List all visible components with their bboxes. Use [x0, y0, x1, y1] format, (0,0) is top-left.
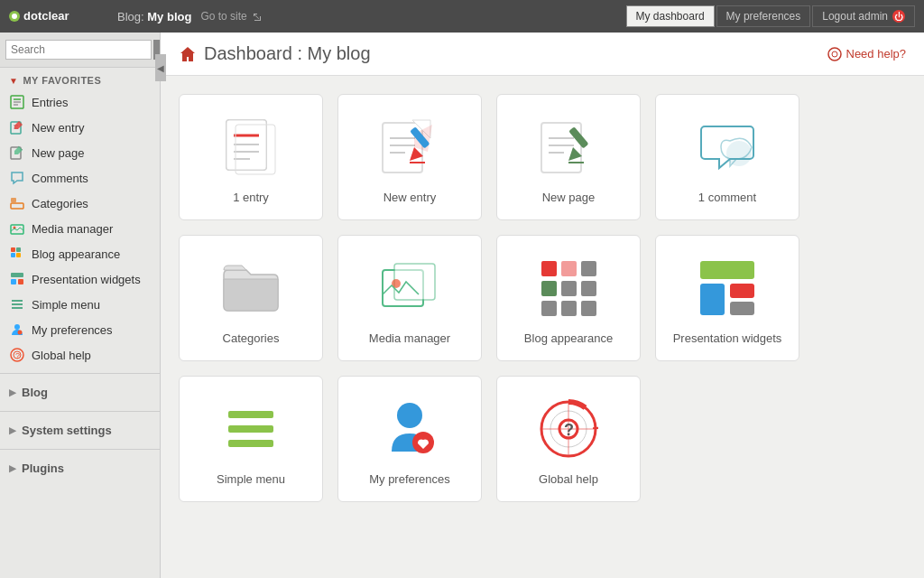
svg-rect-62	[581, 281, 596, 296]
sidebar-item-my-preferences[interactable]: My preferences	[0, 317, 160, 342]
card-blog-appearance-icon	[532, 252, 605, 324]
svg-rect-57	[541, 261, 557, 276]
card-my-preferences[interactable]: My preferences	[337, 376, 482, 502]
sidebar-item-categories[interactable]: Categories	[0, 191, 160, 216]
svg-text:dotclear: dotclear	[23, 9, 69, 23]
card-new-entry[interactable]: New entry	[337, 94, 482, 220]
svg-text:?: ?	[15, 351, 20, 360]
svg-rect-61	[561, 281, 577, 296]
sidebar-item-blog-appearance[interactable]: Blog appearance	[0, 241, 160, 266]
card-categories[interactable]: Categories	[179, 235, 323, 361]
logout-button[interactable]: Logout admin ⏻	[812, 5, 915, 27]
entries-icon	[9, 94, 25, 110]
sidebar-divider-1	[0, 373, 160, 374]
svg-rect-59	[581, 261, 596, 276]
search-area: OK	[0, 33, 160, 68]
sidebar-divider-3	[0, 449, 160, 450]
svg-rect-11	[11, 203, 23, 209]
svg-point-1	[12, 14, 17, 19]
card-media-manager-icon	[374, 252, 446, 324]
card-new-page[interactable]: New page	[496, 94, 641, 220]
card-media-manager-label: Media manager	[369, 331, 450, 345]
card-blog-appearance[interactable]: Blog appearance	[496, 235, 641, 361]
sidebar-item-new-entry[interactable]: New entry	[0, 115, 160, 140]
card-media-manager[interactable]: Media manager	[337, 235, 482, 361]
main-layout: OK ▼ My favorites Entries New entry N	[0, 33, 924, 578]
card-my-preferences-icon	[374, 393, 446, 465]
card-1-comment-label: 1 comment	[698, 191, 756, 204]
svg-rect-20	[11, 279, 16, 284]
content-header: Dashboard : My blog Need help?	[161, 33, 924, 76]
card-simple-menu-label: Simple menu	[217, 472, 285, 486]
card-categories-icon	[215, 252, 287, 324]
my-preferences-button[interactable]: My preferences	[716, 5, 811, 27]
simple-menu-icon	[9, 296, 25, 312]
dotclear-logo: dotclear	[9, 6, 99, 26]
sidebar-toggle-button[interactable]: ◀	[155, 54, 166, 81]
page-title-area: Dashboard : My blog	[179, 43, 371, 64]
grid-row-3: Simple menu My preferences	[179, 376, 906, 502]
power-icon: ⏻	[892, 10, 905, 23]
system-caret: ▶	[9, 425, 16, 435]
svg-point-31	[832, 51, 837, 57]
card-global-help[interactable]: ? Global help	[496, 376, 641, 502]
svg-rect-63	[541, 301, 557, 316]
go-to-site-link[interactable]: Go to site	[200, 10, 263, 23]
card-new-entry-label: New entry	[383, 191, 437, 204]
new-entry-icon	[9, 119, 25, 135]
sidebar-item-media-manager[interactable]: Media manager	[0, 216, 160, 241]
card-1-entry-icon	[215, 111, 287, 183]
help-circle-icon	[827, 47, 842, 61]
sidebar-item-global-help[interactable]: ? Global help	[0, 342, 160, 368]
svg-rect-58	[561, 261, 577, 276]
card-categories-label: Categories	[223, 331, 280, 345]
global-help-icon: ?	[9, 347, 25, 363]
svg-point-25	[14, 324, 20, 330]
sidebar-divider-2	[0, 411, 160, 412]
sidebar-item-simple-menu[interactable]: Simple menu	[0, 292, 160, 317]
need-help-link[interactable]: Need help?	[827, 47, 907, 61]
card-1-entry[interactable]: 1 entry	[179, 94, 323, 220]
sidebar-item-presentation-widgets[interactable]: Presentation widgets	[0, 266, 160, 292]
new-page-icon	[9, 144, 25, 161]
svg-rect-55	[394, 264, 435, 300]
card-presentation-widgets[interactable]: Presentation widgets	[655, 235, 799, 361]
card-1-comment-icon	[691, 111, 763, 183]
card-blog-appearance-label: Blog appearance	[524, 331, 613, 345]
sidebar-item-comments[interactable]: Comments	[0, 165, 160, 191]
card-simple-menu[interactable]: Simple menu	[179, 376, 323, 502]
media-manager-icon	[9, 220, 25, 237]
card-1-entry-label: 1 entry	[233, 191, 269, 204]
sidebar-plugins-section[interactable]: ▶ Plugins	[0, 455, 160, 481]
grid-row-2: Categories Media manager	[179, 235, 906, 361]
svg-point-73	[397, 403, 422, 428]
top-navigation: dotclear Blog: My blog Go to site My das…	[0, 0, 924, 33]
card-new-page-icon	[532, 111, 605, 183]
svg-text:?: ?	[564, 421, 574, 439]
sidebar-item-new-page[interactable]: New page	[0, 140, 160, 165]
sidebar-blog-section[interactable]: ▶ Blog	[0, 379, 160, 406]
favorites-arrow: ▼	[9, 76, 18, 86]
svg-rect-17	[11, 253, 15, 257]
blog-info: Blog: My blog	[117, 10, 191, 23]
svg-rect-64	[561, 301, 577, 316]
svg-rect-15	[11, 247, 15, 252]
sidebar-system-section[interactable]: ▶ System settings	[0, 417, 160, 443]
blog-name: My blog	[147, 10, 191, 23]
svg-rect-66	[700, 261, 754, 279]
my-dashboard-button[interactable]: My dashboard	[626, 5, 715, 27]
dashboard-grid: 1 entry	[161, 76, 924, 535]
search-input[interactable]	[5, 40, 152, 60]
svg-point-26	[18, 331, 23, 335]
svg-rect-21	[18, 279, 23, 284]
sidebar: OK ▼ My favorites Entries New entry N	[0, 33, 161, 578]
card-new-entry-icon	[374, 111, 446, 183]
card-1-comment[interactable]: 1 comment	[655, 94, 799, 220]
plugins-caret: ▶	[9, 463, 16, 473]
my-preferences-icon	[9, 322, 25, 338]
svg-rect-12	[11, 198, 16, 202]
sidebar-item-entries[interactable]: Entries	[0, 89, 160, 115]
svg-rect-18	[16, 253, 21, 257]
svg-rect-70	[228, 411, 273, 418]
svg-rect-71	[228, 425, 273, 433]
